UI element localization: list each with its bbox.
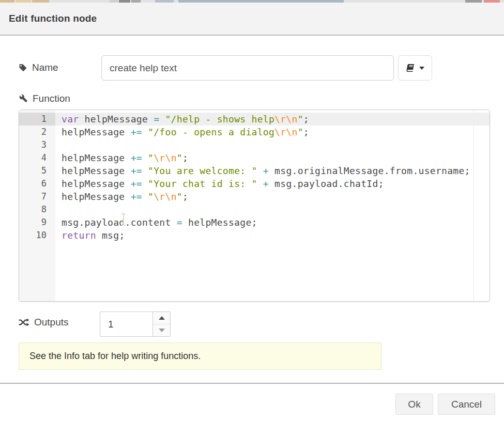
function-label: Function bbox=[19, 92, 70, 105]
code-line[interactable]: helpMessage += "/foo - opens a dialog\r\… bbox=[55, 126, 490, 138]
caret-down-icon bbox=[419, 67, 424, 70]
outputs-label-text: Outputs bbox=[34, 317, 69, 328]
code-line[interactable]: helpMessage += "\r\n"; bbox=[55, 151, 490, 164]
editor-gutter: 12345678910 bbox=[19, 110, 55, 301]
book-icon bbox=[406, 64, 415, 72]
code-line[interactable] bbox=[55, 203, 490, 216]
name-label-text: Name bbox=[32, 62, 58, 73]
text-cursor bbox=[123, 214, 124, 225]
line-number: 8 bbox=[19, 203, 55, 216]
line-number: 10 bbox=[19, 229, 55, 242]
triangle-down-icon bbox=[159, 329, 165, 332]
form-tip-text: See the Info tab for help writing functi… bbox=[29, 351, 201, 362]
name-label: Name bbox=[19, 61, 58, 74]
form-tip: See the Info tab for help writing functi… bbox=[19, 342, 381, 370]
code-line[interactable] bbox=[55, 138, 490, 151]
code-line[interactable]: var helpMessage = "/help - shows help\r\… bbox=[55, 113, 490, 126]
outputs-input[interactable] bbox=[100, 312, 153, 336]
editor-code-area[interactable]: var helpMessage = "/help - shows help\r\… bbox=[55, 110, 490, 301]
spinner-down-button[interactable] bbox=[153, 324, 170, 336]
triangle-up-icon bbox=[159, 316, 165, 320]
line-number: 1 bbox=[19, 113, 55, 126]
line-number: 9 bbox=[19, 216, 55, 229]
library-button[interactable] bbox=[398, 55, 432, 81]
name-input[interactable] bbox=[101, 55, 394, 81]
ok-button[interactable]: Ok bbox=[395, 394, 433, 415]
footer-divider bbox=[0, 383, 504, 384]
line-number: 2 bbox=[19, 126, 55, 138]
outputs-spinner bbox=[100, 311, 171, 337]
code-line[interactable]: helpMessage += "\r\n"; bbox=[55, 190, 490, 203]
screen: Edit function node Name bbox=[0, 0, 504, 421]
outputs-label: Outputs bbox=[19, 316, 69, 329]
cancel-button[interactable]: Cancel bbox=[438, 394, 495, 415]
dialog-title: Edit function node bbox=[9, 13, 97, 24]
line-number: 4 bbox=[19, 151, 55, 164]
code-line[interactable]: msg.payload.content = helpMessage; bbox=[55, 216, 490, 229]
wrench-icon bbox=[19, 94, 28, 103]
line-number: 7 bbox=[19, 190, 55, 203]
code-line[interactable]: return msg; bbox=[55, 229, 490, 242]
spinner-up-button[interactable] bbox=[153, 312, 170, 324]
code-editor[interactable]: 12345678910 var helpMessage = "/help - s… bbox=[19, 110, 490, 302]
tag-icon bbox=[19, 64, 27, 72]
dialog-header: Edit function node bbox=[0, 3, 504, 36]
code-line[interactable]: helpMessage += "Your chat id is: " + msg… bbox=[55, 177, 490, 190]
function-label-text: Function bbox=[33, 93, 70, 104]
edit-function-dialog: Edit function node Name bbox=[0, 3, 504, 421]
line-number: 6 bbox=[19, 177, 55, 190]
code-line[interactable]: helpMessage += "You are welcome: " + msg… bbox=[55, 164, 490, 177]
line-number: 3 bbox=[19, 138, 55, 151]
spinner-buttons bbox=[152, 312, 170, 336]
shuffle-icon bbox=[19, 318, 29, 326]
line-number: 5 bbox=[19, 164, 55, 177]
